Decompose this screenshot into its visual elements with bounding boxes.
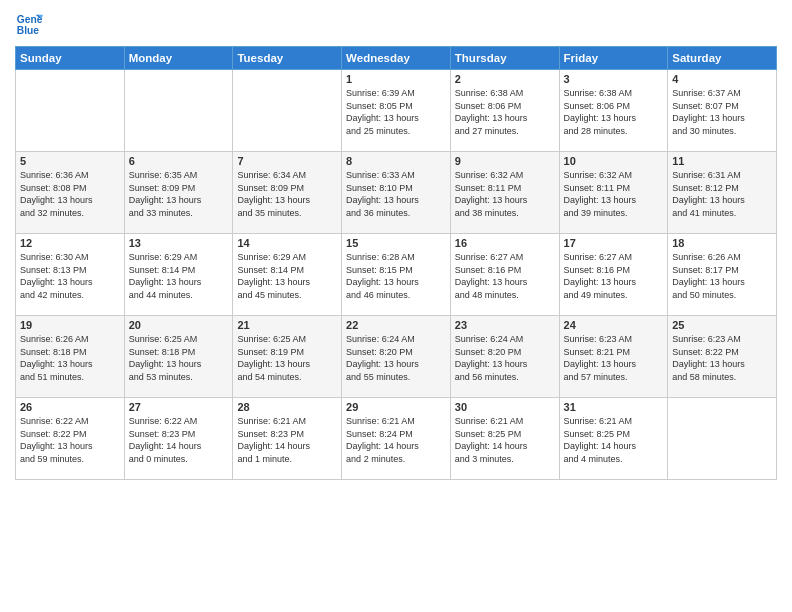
calendar-cell: 22Sunrise: 6:24 AM Sunset: 8:20 PM Dayli… (342, 316, 451, 398)
day-info: Sunrise: 6:39 AM Sunset: 8:05 PM Dayligh… (346, 87, 446, 137)
calendar-cell: 14Sunrise: 6:29 AM Sunset: 8:14 PM Dayli… (233, 234, 342, 316)
day-number: 26 (20, 401, 120, 413)
calendar-cell: 17Sunrise: 6:27 AM Sunset: 8:16 PM Dayli… (559, 234, 668, 316)
day-number: 20 (129, 319, 229, 331)
day-info: Sunrise: 6:29 AM Sunset: 8:14 PM Dayligh… (129, 251, 229, 301)
calendar-cell: 28Sunrise: 6:21 AM Sunset: 8:23 PM Dayli… (233, 398, 342, 480)
weekday-wednesday: Wednesday (342, 47, 451, 70)
day-info: Sunrise: 6:23 AM Sunset: 8:22 PM Dayligh… (672, 333, 772, 383)
calendar-cell: 7Sunrise: 6:34 AM Sunset: 8:09 PM Daylig… (233, 152, 342, 234)
day-info: Sunrise: 6:21 AM Sunset: 8:25 PM Dayligh… (455, 415, 555, 465)
calendar-cell: 16Sunrise: 6:27 AM Sunset: 8:16 PM Dayli… (450, 234, 559, 316)
day-info: Sunrise: 6:21 AM Sunset: 8:23 PM Dayligh… (237, 415, 337, 465)
day-number: 24 (564, 319, 664, 331)
weekday-monday: Monday (124, 47, 233, 70)
day-info: Sunrise: 6:24 AM Sunset: 8:20 PM Dayligh… (346, 333, 446, 383)
weekday-friday: Friday (559, 47, 668, 70)
day-info: Sunrise: 6:31 AM Sunset: 8:12 PM Dayligh… (672, 169, 772, 219)
day-info: Sunrise: 6:22 AM Sunset: 8:23 PM Dayligh… (129, 415, 229, 465)
day-info: Sunrise: 6:38 AM Sunset: 8:06 PM Dayligh… (455, 87, 555, 137)
logo: General Blue (15, 10, 43, 38)
day-number: 31 (564, 401, 664, 413)
day-info: Sunrise: 6:26 AM Sunset: 8:18 PM Dayligh… (20, 333, 120, 383)
day-number: 11 (672, 155, 772, 167)
week-row-5: 26Sunrise: 6:22 AM Sunset: 8:22 PM Dayli… (16, 398, 777, 480)
calendar-cell: 8Sunrise: 6:33 AM Sunset: 8:10 PM Daylig… (342, 152, 451, 234)
calendar-cell: 4Sunrise: 6:37 AM Sunset: 8:07 PM Daylig… (668, 70, 777, 152)
week-row-1: 1Sunrise: 6:39 AM Sunset: 8:05 PM Daylig… (16, 70, 777, 152)
day-info: Sunrise: 6:35 AM Sunset: 8:09 PM Dayligh… (129, 169, 229, 219)
day-number: 17 (564, 237, 664, 249)
day-info: Sunrise: 6:21 AM Sunset: 8:25 PM Dayligh… (564, 415, 664, 465)
calendar-cell: 15Sunrise: 6:28 AM Sunset: 8:15 PM Dayli… (342, 234, 451, 316)
day-info: Sunrise: 6:27 AM Sunset: 8:16 PM Dayligh… (564, 251, 664, 301)
day-info: Sunrise: 6:24 AM Sunset: 8:20 PM Dayligh… (455, 333, 555, 383)
day-number: 12 (20, 237, 120, 249)
day-number: 7 (237, 155, 337, 167)
day-number: 3 (564, 73, 664, 85)
day-info: Sunrise: 6:22 AM Sunset: 8:22 PM Dayligh… (20, 415, 120, 465)
day-number: 30 (455, 401, 555, 413)
calendar-cell: 12Sunrise: 6:30 AM Sunset: 8:13 PM Dayli… (16, 234, 125, 316)
day-info: Sunrise: 6:32 AM Sunset: 8:11 PM Dayligh… (455, 169, 555, 219)
calendar-cell: 25Sunrise: 6:23 AM Sunset: 8:22 PM Dayli… (668, 316, 777, 398)
day-info: Sunrise: 6:38 AM Sunset: 8:06 PM Dayligh… (564, 87, 664, 137)
day-info: Sunrise: 6:25 AM Sunset: 8:19 PM Dayligh… (237, 333, 337, 383)
day-info: Sunrise: 6:32 AM Sunset: 8:11 PM Dayligh… (564, 169, 664, 219)
weekday-thursday: Thursday (450, 47, 559, 70)
day-number: 15 (346, 237, 446, 249)
day-number: 18 (672, 237, 772, 249)
day-number: 1 (346, 73, 446, 85)
calendar-cell: 2Sunrise: 6:38 AM Sunset: 8:06 PM Daylig… (450, 70, 559, 152)
header: General Blue (15, 10, 777, 38)
day-number: 23 (455, 319, 555, 331)
calendar-cell: 24Sunrise: 6:23 AM Sunset: 8:21 PM Dayli… (559, 316, 668, 398)
calendar-cell (16, 70, 125, 152)
day-number: 9 (455, 155, 555, 167)
weekday-header-row: SundayMondayTuesdayWednesdayThursdayFrid… (16, 47, 777, 70)
calendar-cell: 13Sunrise: 6:29 AM Sunset: 8:14 PM Dayli… (124, 234, 233, 316)
day-info: Sunrise: 6:33 AM Sunset: 8:10 PM Dayligh… (346, 169, 446, 219)
day-info: Sunrise: 6:30 AM Sunset: 8:13 PM Dayligh… (20, 251, 120, 301)
calendar-cell: 23Sunrise: 6:24 AM Sunset: 8:20 PM Dayli… (450, 316, 559, 398)
page: General Blue SundayMondayTuesdayWednesda… (0, 0, 792, 612)
day-number: 19 (20, 319, 120, 331)
day-number: 4 (672, 73, 772, 85)
day-info: Sunrise: 6:34 AM Sunset: 8:09 PM Dayligh… (237, 169, 337, 219)
day-number: 10 (564, 155, 664, 167)
week-row-3: 12Sunrise: 6:30 AM Sunset: 8:13 PM Dayli… (16, 234, 777, 316)
weekday-saturday: Saturday (668, 47, 777, 70)
day-number: 25 (672, 319, 772, 331)
calendar-cell (668, 398, 777, 480)
calendar-cell: 19Sunrise: 6:26 AM Sunset: 8:18 PM Dayli… (16, 316, 125, 398)
svg-text:Blue: Blue (17, 25, 40, 36)
week-row-2: 5Sunrise: 6:36 AM Sunset: 8:08 PM Daylig… (16, 152, 777, 234)
logo-icon: General Blue (15, 10, 43, 38)
day-info: Sunrise: 6:21 AM Sunset: 8:24 PM Dayligh… (346, 415, 446, 465)
day-number: 8 (346, 155, 446, 167)
day-info: Sunrise: 6:27 AM Sunset: 8:16 PM Dayligh… (455, 251, 555, 301)
day-info: Sunrise: 6:29 AM Sunset: 8:14 PM Dayligh… (237, 251, 337, 301)
calendar-cell: 9Sunrise: 6:32 AM Sunset: 8:11 PM Daylig… (450, 152, 559, 234)
calendar-cell: 26Sunrise: 6:22 AM Sunset: 8:22 PM Dayli… (16, 398, 125, 480)
calendar-cell: 18Sunrise: 6:26 AM Sunset: 8:17 PM Dayli… (668, 234, 777, 316)
calendar-cell: 21Sunrise: 6:25 AM Sunset: 8:19 PM Dayli… (233, 316, 342, 398)
calendar-cell (233, 70, 342, 152)
day-number: 2 (455, 73, 555, 85)
calendar-table: SundayMondayTuesdayWednesdayThursdayFrid… (15, 46, 777, 480)
day-info: Sunrise: 6:28 AM Sunset: 8:15 PM Dayligh… (346, 251, 446, 301)
day-number: 29 (346, 401, 446, 413)
calendar-cell: 1Sunrise: 6:39 AM Sunset: 8:05 PM Daylig… (342, 70, 451, 152)
day-number: 16 (455, 237, 555, 249)
calendar-cell: 10Sunrise: 6:32 AM Sunset: 8:11 PM Dayli… (559, 152, 668, 234)
day-number: 27 (129, 401, 229, 413)
day-number: 21 (237, 319, 337, 331)
weekday-sunday: Sunday (16, 47, 125, 70)
calendar-cell: 27Sunrise: 6:22 AM Sunset: 8:23 PM Dayli… (124, 398, 233, 480)
calendar-cell: 11Sunrise: 6:31 AM Sunset: 8:12 PM Dayli… (668, 152, 777, 234)
day-number: 13 (129, 237, 229, 249)
day-info: Sunrise: 6:26 AM Sunset: 8:17 PM Dayligh… (672, 251, 772, 301)
day-number: 28 (237, 401, 337, 413)
calendar-cell: 20Sunrise: 6:25 AM Sunset: 8:18 PM Dayli… (124, 316, 233, 398)
day-number: 6 (129, 155, 229, 167)
